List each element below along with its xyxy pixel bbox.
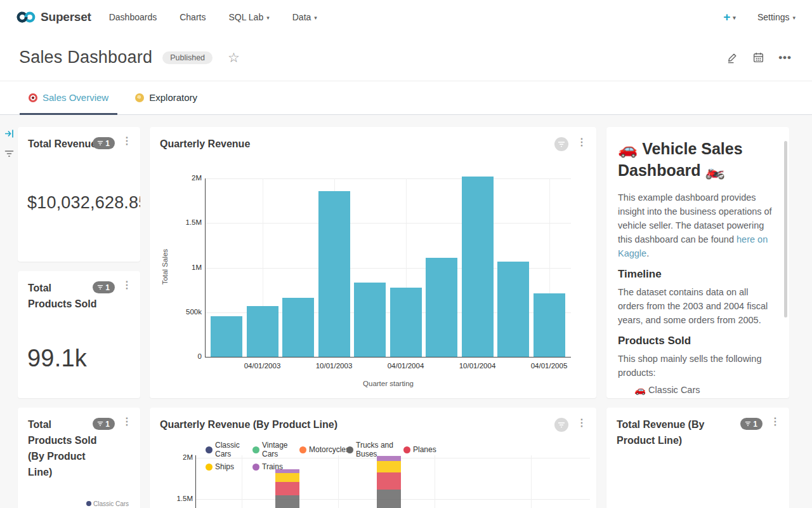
legend-item[interactable]: Planes <box>403 441 450 458</box>
x-axis-tick-label: 10/01/2004 <box>452 362 503 370</box>
gridline <box>435 455 435 508</box>
target-icon <box>29 93 37 102</box>
legend-item[interactable]: Classic Cars <box>206 441 252 458</box>
gridline <box>531 455 532 508</box>
nav-item-sql-lab[interactable]: SQL Lab▾ <box>228 12 269 22</box>
x-axis-title: Quarter starting <box>206 380 571 387</box>
stacked-bar-segment[interactable] <box>275 495 299 508</box>
stacked-bar-chart: Classic CarsVintage CarsMotorcyclesTruck… <box>150 408 596 508</box>
legend-color-dot <box>403 446 410 453</box>
chart-menu-icon[interactable]: ⋮ <box>770 417 780 427</box>
legend-item[interactable]: Motorcycles <box>299 441 346 458</box>
markdown-content: 🚗 Vehicle Sales Dashboard 🏍️ This exampl… <box>606 127 789 398</box>
bar[interactable] <box>390 288 422 357</box>
stacked-bar-segment[interactable] <box>377 472 401 490</box>
y-axis-tick-label: 2M <box>173 174 202 182</box>
header-actions: ••• <box>726 51 792 64</box>
legend-color-dot <box>206 446 213 453</box>
superset-app: Superset Dashboards Charts SQL Lab▾ Data… <box>0 0 812 508</box>
applied-filter-badge[interactable]: 1 <box>740 418 763 430</box>
stacked-bar-segment[interactable] <box>275 482 299 495</box>
bar[interactable] <box>318 191 350 357</box>
scrollbar[interactable] <box>784 141 787 318</box>
new-item-button[interactable]: +▾ <box>723 10 736 24</box>
calendar-icon[interactable] <box>752 51 764 64</box>
chart-menu-icon[interactable]: ⋮ <box>122 417 132 427</box>
plus-icon: + <box>723 10 730 24</box>
bar[interactable] <box>354 283 386 357</box>
gridline <box>242 455 242 508</box>
gridline <box>338 455 339 508</box>
bar[interactable] <box>247 306 278 357</box>
nav-item-charts[interactable]: Charts <box>180 12 206 22</box>
x-axis-tick-label: 04/01/2003 <box>237 362 288 370</box>
legend-label: Ships <box>215 462 234 471</box>
car-emoji: 🚗 <box>618 140 638 157</box>
superset-logo-icon <box>16 10 36 24</box>
bar[interactable] <box>282 298 314 357</box>
legend-label: Planes <box>413 445 436 454</box>
applied-filter-badge[interactable]: 1 <box>93 137 115 149</box>
bar[interactable] <box>426 258 457 357</box>
filter-icon <box>97 421 103 427</box>
markdown-heading: 🚗 Vehicle Sales Dashboard 🏍️ <box>618 138 776 182</box>
legend-item[interactable]: Vintage Cars <box>252 441 299 458</box>
stacked-bar-segment[interactable] <box>275 473 299 482</box>
legend-item[interactable]: Ships <box>206 462 252 471</box>
stacked-bar-segment[interactable] <box>377 456 401 461</box>
motorcycle-emoji: 🏍️ <box>705 161 725 179</box>
chevron-down-icon: ▾ <box>314 15 317 21</box>
page-title: Sales Dashboard <box>19 48 152 67</box>
filter-icon[interactable] <box>4 149 14 160</box>
favorite-star-icon[interactable]: ☆ <box>228 50 240 65</box>
chart-title[interactable]: Total Products Sold (By Product Line) <box>28 417 98 480</box>
legend-color-dot <box>346 446 353 453</box>
x-axis-line <box>205 357 571 358</box>
products-sold-text: This shop mainly sells the following pro… <box>618 352 776 380</box>
x-axis-tick-label: 10/01/2003 <box>309 362 360 370</box>
applied-filter-badge[interactable]: 1 <box>93 281 115 293</box>
card-total-revenue: Total Revenue 1 ⋮ $10,032,628.85 <box>18 127 140 262</box>
chart-title[interactable]: Total Products Sold <box>28 280 98 312</box>
navbar-right: +▾ Settings▾ <box>723 10 796 24</box>
gridline <box>206 223 571 224</box>
stacked-bar-segment[interactable] <box>377 461 401 472</box>
y-axis-line <box>195 455 196 508</box>
markdown-intro: This example dashboard provides insight … <box>618 190 776 260</box>
card-quarterly-revenue-by-product-line: Quarterly Revenue (By Product Line) ⋮ Cl… <box>150 408 596 508</box>
chevron-down-icon: ▾ <box>266 15 270 21</box>
legend-color-dot <box>252 446 259 453</box>
published-badge[interactable]: Published <box>162 51 213 64</box>
brand-name: Superset <box>41 10 91 24</box>
nav-item-data[interactable]: Data▾ <box>292 12 317 22</box>
applied-filter-badge[interactable]: 1 <box>93 418 115 430</box>
card-quarterly-revenue: Quarterly Revenue ⋮ 0500k1M1.5M2M04/01/2… <box>150 127 596 398</box>
legend-label: Vintage Cars <box>262 441 299 458</box>
more-actions-icon[interactable]: ••• <box>778 51 792 64</box>
bar[interactable] <box>462 177 494 357</box>
chart-menu-icon[interactable]: ⋮ <box>122 136 132 146</box>
y-axis-tick-label: 500k <box>173 308 202 316</box>
expand-filter-bar-icon[interactable] <box>4 129 15 141</box>
settings-menu[interactable]: Settings▾ <box>757 12 796 22</box>
chart-title[interactable]: Total Revenue <box>28 136 98 152</box>
tab-sales-overview[interactable]: Sales Overview <box>20 92 117 115</box>
clipped-legend: Classic Cars <box>86 500 129 507</box>
filter-icon <box>745 421 751 427</box>
stacked-bar-segment[interactable] <box>377 490 401 508</box>
chart-title[interactable]: Total Revenue (By Product Line) <box>617 417 734 448</box>
legend-label: Classic Cars <box>215 441 252 458</box>
nav-item-dashboards[interactable]: Dashboards <box>109 12 157 22</box>
tab-exploratory[interactable]: Exploratory <box>126 92 206 115</box>
main-menu: Dashboards Charts SQL Lab▾ Data▾ <box>109 12 317 22</box>
y-axis-tick-label: 2M <box>166 453 193 461</box>
products-sold-heading: Products Sold <box>618 335 776 347</box>
edit-icon[interactable] <box>726 51 738 64</box>
big-number-value: $10,032,628.85 <box>27 193 140 213</box>
dashboard-tabs: Sales Overview Exploratory <box>0 81 812 115</box>
bar[interactable] <box>211 316 242 357</box>
bar[interactable] <box>497 262 529 357</box>
bar[interactable] <box>534 293 565 357</box>
superset-brand[interactable]: Superset <box>16 10 91 24</box>
chart-menu-icon[interactable]: ⋮ <box>122 280 132 290</box>
